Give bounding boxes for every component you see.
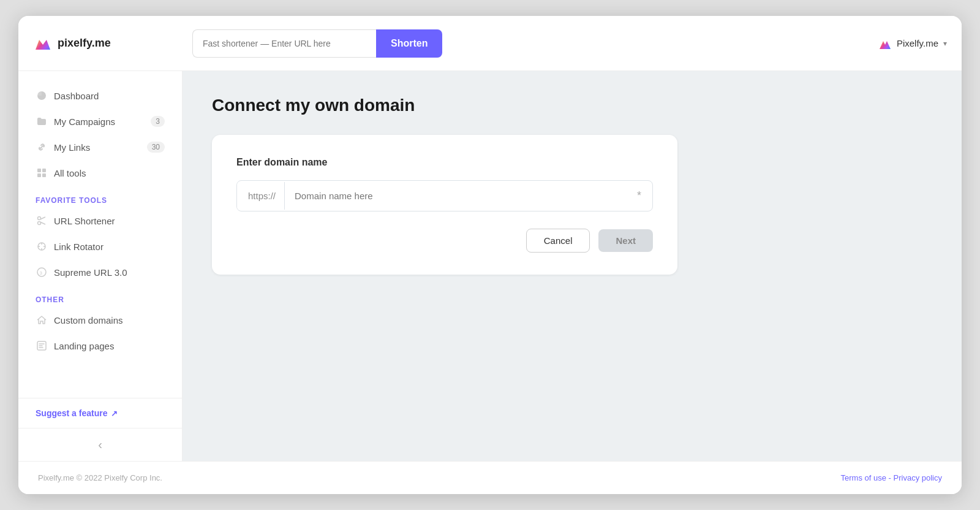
footer-brand: Pixelfy.me © 2022 Pixelfy Corp Inc. — [38, 473, 162, 482]
sidebar-item-url-shortener[interactable]: URL Shortener — [28, 208, 172, 233]
sidebar-item-landing-pages[interactable]: Landing pages — [28, 333, 172, 358]
rotate-icon — [36, 240, 48, 253]
campaigns-badge: 3 — [151, 116, 165, 127]
favorite-tools-title: FAVORITE TOOLS — [28, 186, 172, 208]
svg-text:3: 3 — [40, 270, 43, 276]
suggest-feature-link[interactable]: Suggest a feature ↗ — [36, 408, 165, 418]
sidebar-landingpages-label: Landing pages — [54, 341, 165, 351]
main-layout: Dashboard My Campaigns 3 My Links 30 — [18, 71, 962, 461]
sidebar-links-label: My Links — [54, 142, 141, 153]
content-area: Connect my own domain Enter domain name … — [183, 71, 962, 461]
footer-terms[interactable]: Terms of use - Privacy policy — [841, 473, 942, 482]
logo-text: pixelfy.me — [58, 37, 111, 50]
sidebar-item-custom-domains[interactable]: Custom domains — [28, 308, 172, 332]
domain-name-input[interactable] — [285, 182, 626, 210]
other-title: OTHER — [28, 286, 172, 308]
svg-rect-3 — [37, 173, 41, 177]
pie-chart-icon — [36, 89, 48, 102]
sidebar-supremeurl-label: Supreme URL 3.0 — [54, 267, 165, 278]
link-icon — [36, 141, 48, 153]
required-asterisk: * — [626, 181, 652, 211]
scissors-icon — [36, 215, 48, 227]
logo-icon — [33, 34, 53, 53]
sidebar-customdomains-label: Custom domains — [54, 315, 165, 325]
sidebar-item-link-rotator[interactable]: Link Rotator — [28, 234, 172, 259]
svg-point-6 — [38, 217, 41, 220]
supreme-icon: 3 — [36, 266, 48, 278]
svg-rect-4 — [42, 173, 46, 177]
cancel-button[interactable]: Cancel — [526, 229, 590, 253]
sidebar: Dashboard My Campaigns 3 My Links 30 — [18, 71, 183, 461]
footer: Pixelfy.me © 2022 Pixelfy Corp Inc. Term… — [18, 461, 962, 494]
svg-rect-2 — [42, 169, 46, 172]
search-area: Shorten — [192, 29, 450, 58]
sidebar-campaigns-label: My Campaigns — [54, 116, 145, 127]
sidebar-item-dashboard[interactable]: Dashboard — [28, 83, 172, 108]
domain-input-row: https:// * — [236, 180, 653, 211]
footer-copy: © 2022 Pixelfy Corp Inc. — [74, 473, 162, 482]
sidebar-urlshortener-label: URL Shortener — [54, 216, 165, 226]
sidebar-alltools-label: All tools — [54, 168, 165, 178]
shorten-button[interactable]: Shorten — [376, 29, 442, 58]
footer-brand-link[interactable]: Pixelfy.me — [38, 473, 74, 482]
sidebar-collapse-button[interactable]: ‹ — [18, 428, 182, 461]
sidebar-item-campaigns[interactable]: My Campaigns 3 — [28, 109, 172, 134]
search-input[interactable] — [192, 29, 376, 58]
sidebar-dashboard-label: Dashboard — [54, 91, 165, 101]
card-actions: Cancel Next — [236, 229, 653, 253]
home-icon — [36, 314, 48, 326]
suggest-feature-label: Suggest a feature — [36, 408, 107, 418]
sidebar-item-supreme-url[interactable]: 3 Supreme URL 3.0 — [28, 260, 172, 284]
next-button[interactable]: Next — [598, 229, 653, 252]
chevron-left-icon: ‹ — [98, 438, 102, 452]
user-menu[interactable]: Pixelfy.me ▾ — [878, 37, 947, 50]
sidebar-linkrotator-label: Link Rotator — [54, 242, 165, 252]
folder-icon — [36, 115, 48, 128]
svg-point-5 — [38, 222, 41, 225]
user-label: Pixelfy.me — [897, 38, 938, 48]
topbar-logo-icon — [878, 37, 892, 50]
sidebar-footer: Suggest a feature ↗ — [18, 398, 182, 428]
chevron-down-icon: ▾ — [943, 39, 947, 48]
sidebar-nav: Dashboard My Campaigns 3 My Links 30 — [18, 83, 182, 398]
svg-rect-1 — [37, 169, 41, 172]
sidebar-item-links[interactable]: My Links 30 — [28, 135, 172, 159]
domain-prefix: https:// — [237, 182, 285, 210]
external-link-icon: ↗ — [111, 409, 118, 418]
grid-icon — [36, 167, 48, 179]
topbar: pixelfy.me Shorten Pixelfy.me ▾ — [18, 16, 962, 71]
sidebar-item-alltools[interactable]: All tools — [28, 161, 172, 185]
links-badge: 30 — [147, 142, 165, 153]
domain-card: Enter domain name https:// * Cancel Next — [212, 135, 677, 275]
page-title: Connect my own domain — [212, 96, 932, 115]
logo-area: pixelfy.me — [33, 34, 192, 53]
card-section-label: Enter domain name — [236, 157, 653, 168]
landing-icon — [36, 340, 48, 352]
